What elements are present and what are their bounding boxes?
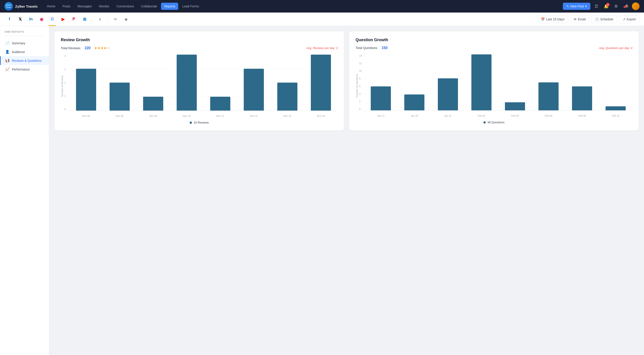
- bar-group: [431, 54, 465, 110]
- sidebar-item-audience[interactable]: 👤Audience: [0, 48, 49, 56]
- y-label-2: 2: [64, 81, 69, 84]
- bar-Nov-18: [311, 55, 331, 111]
- sidebar-label-0: Summary: [12, 42, 25, 45]
- total-reviews-label: Total Reviews:: [61, 46, 81, 50]
- sidebar-item-performance[interactable]: 📈Performance: [0, 65, 49, 74]
- bar-group: [398, 54, 431, 110]
- announcements-button[interactable]: 📣: [622, 3, 630, 10]
- social-icon-extra-0[interactable]: ∞: [110, 14, 120, 24]
- review-bar-chart: Number of Reviews 4 3 2 1 0: [61, 55, 338, 117]
- x-label-Jan-29: Jan 29: [398, 114, 431, 117]
- social-icon-youtube[interactable]: ▶: [58, 14, 68, 24]
- social-icon-instagram[interactable]: ◉: [37, 14, 46, 24]
- notifications-button[interactable]: 🔔 2: [602, 3, 610, 10]
- review-chart-title: Review Growth: [61, 38, 338, 42]
- bar-btn-schedule[interactable]: 🕐Schedule: [591, 16, 617, 23]
- social-icon-linkedin[interactable]: in: [26, 14, 36, 24]
- social-icon-twitter[interactable]: 𝕏: [15, 14, 25, 24]
- content-area: Review Growth Total Reviews: 220 ★★★★★ A…: [49, 26, 644, 355]
- new-post-button[interactable]: ✎ New Post ▾: [563, 3, 590, 10]
- question-legend-text: 48 Questions: [488, 121, 505, 124]
- sidebar-divider: [4, 36, 44, 36]
- bar-btn-email[interactable]: ✉Email: [570, 16, 590, 23]
- social-bar-right: 📅Last 15 Days✉Email🕐Schedule↗Export: [537, 16, 640, 23]
- notification-badge: 2: [606, 3, 610, 7]
- avg-reviews-label: Avg. Reviews per day: 3: [306, 46, 338, 50]
- sidebar-icon-2: 📢: [5, 59, 10, 63]
- nav-links: HomePostsMessagesMonitorConnectionsColla…: [44, 3, 561, 10]
- x-label-Jan-31: Jan 31: [431, 114, 465, 117]
- user-avatar[interactable]: [632, 3, 640, 10]
- bar-group: [69, 55, 103, 111]
- btn-icon: ✉: [574, 18, 576, 21]
- x-label-Feb-04: Feb 04: [498, 114, 532, 117]
- bar-btn-export[interactable]: ↗Export: [619, 16, 640, 23]
- review-legend: 20 Reviews: [61, 121, 338, 124]
- bar-Feb-06: [538, 82, 558, 110]
- social-divider-2: [108, 16, 108, 23]
- question-bars: [364, 54, 632, 110]
- rating-stars: ★★★★★: [94, 46, 110, 50]
- nav-link-home[interactable]: Home: [44, 3, 58, 10]
- x-label-Nov-08: Nov 08: [136, 115, 170, 117]
- bar-Feb-10: [606, 106, 626, 110]
- x-label-Nov-12: Nov 12: [204, 115, 237, 117]
- sidebar-item-reviews-questions[interactable]: 📢Reviews & Questions: [0, 56, 49, 65]
- logo-area[interactable]: ZylkerTravel Zylker Travels: [4, 2, 38, 11]
- bar-btn-last-15-days[interactable]: 📅Last 15 Days: [537, 16, 568, 23]
- bar-Feb-02: [471, 54, 492, 110]
- x-label-Feb-06: Feb 06: [532, 114, 565, 117]
- question-growth-card: Question Growth Total Questions: 150 Avg…: [349, 31, 639, 131]
- social-icons-group: f𝕏in◉G▶P⊞♪∞◈: [4, 14, 131, 24]
- sidebar-section-title: GMB REPORTS: [0, 31, 49, 36]
- social-icon-pinterest[interactable]: P: [69, 14, 79, 24]
- social-icon-tiktok[interactable]: ♪: [95, 14, 105, 24]
- brand-name: Zylker Travels: [15, 5, 38, 8]
- bar-Jan-27: [371, 86, 391, 110]
- nav-link-lead-forms[interactable]: Lead Forms: [179, 3, 202, 10]
- sidebar-icon-1: 👤: [5, 50, 10, 54]
- bar-group: [465, 54, 498, 110]
- nav-link-posts[interactable]: Posts: [59, 3, 73, 10]
- x-label-Nov-10: Nov 10: [170, 115, 204, 117]
- bar-group: [599, 54, 632, 110]
- social-icon-google[interactable]: G: [48, 14, 57, 24]
- bar-group: [103, 55, 136, 111]
- review-growth-card: Review Growth Total Reviews: 220 ★★★★★ A…: [54, 31, 344, 131]
- question-chart-meta: Total Questions: 150 Avg. Questions per …: [356, 46, 632, 50]
- menu-button[interactable]: ☰: [592, 3, 600, 10]
- bar-group: [136, 55, 170, 111]
- sidebar-item-summary[interactable]: 📄Summary: [0, 39, 49, 48]
- settings-button[interactable]: ⚙: [612, 3, 620, 10]
- review-legend-text: 20 Reviews: [194, 121, 209, 124]
- nav-link-collaborate[interactable]: Collaborate: [138, 3, 160, 10]
- bar-Nov-04: [76, 69, 96, 111]
- bar-group: [364, 54, 398, 110]
- x-label-Feb-02: Feb 02: [465, 114, 498, 117]
- bar-Nov-10: [177, 55, 197, 111]
- y-label-4: 4: [64, 55, 69, 57]
- total-reviews-value: 220: [84, 46, 90, 50]
- btn-icon: ↗: [623, 18, 626, 21]
- y-label-3: 3: [64, 68, 69, 71]
- app-logo: ZylkerTravel: [4, 2, 13, 11]
- nav-link-connections[interactable]: Connections: [113, 3, 137, 10]
- btn-icon: 🕐: [595, 18, 599, 21]
- review-x-labels: Nov 04Nov 06Nov 08Nov 10Nov 12Nov 14Nov …: [69, 111, 338, 117]
- nav-link-monitor[interactable]: Monitor: [96, 3, 112, 10]
- question-x-labels: Jan 27Jan 29Jan 31Feb 02Feb 04Feb 06Feb …: [364, 110, 632, 117]
- bar-group: [237, 55, 270, 111]
- y-axis-title-questions: Number of Questions: [356, 54, 358, 117]
- sidebar-items: 📄Summary👤Audience📢Reviews & Questions📈Pe…: [0, 39, 49, 74]
- question-chart-title: Question Growth: [356, 38, 632, 42]
- sidebar-icon-0: 📄: [5, 41, 10, 45]
- top-navigation: ZylkerTravel Zylker Travels HomePostsMes…: [0, 0, 644, 13]
- social-icon-facebook[interactable]: f: [4, 14, 14, 24]
- social-icon-extra-1[interactable]: ◈: [121, 14, 131, 24]
- social-icon-microsoft[interactable]: ⊞: [80, 14, 90, 24]
- question-legend-dot: [484, 121, 486, 124]
- y-axis-title-reviews: Number of Reviews: [61, 55, 64, 117]
- nav-link-messages[interactable]: Messages: [74, 3, 95, 10]
- total-questions-value: 150: [382, 46, 388, 50]
- nav-link-reports[interactable]: Reports: [161, 3, 178, 10]
